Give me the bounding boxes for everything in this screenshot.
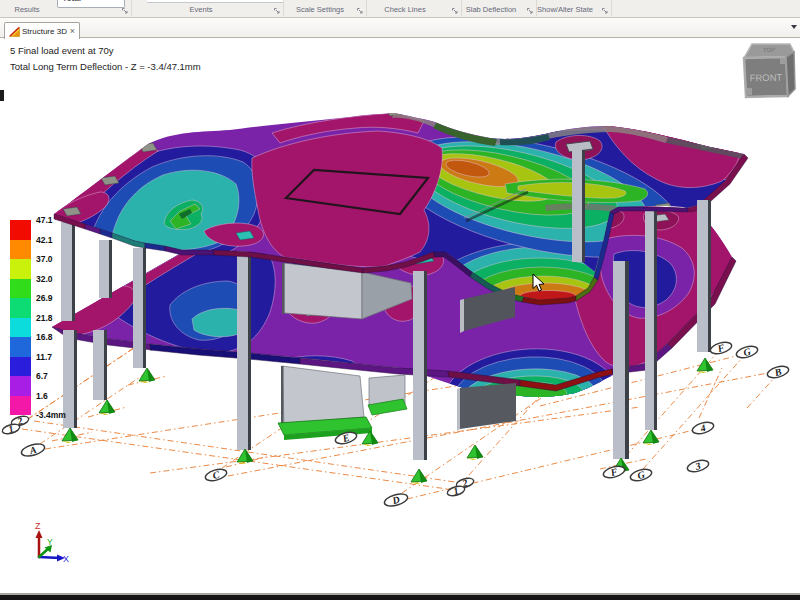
z-axis-label: Z [35, 521, 41, 531]
legend-value: 32.0 [36, 274, 53, 284]
column-edge [74, 330, 77, 428]
ribbon-group-label: Events [190, 5, 213, 14]
annotation-load-event: 5 Final load event at 70y [10, 45, 114, 56]
ribbon-group-label: Scale Settings [296, 5, 344, 14]
column-edge [424, 271, 427, 460]
dialog-launcher-icon[interactable] [122, 8, 128, 14]
ribbon-group-label: Check Lines [384, 5, 425, 14]
grid-line [747, 375, 777, 408]
column-edge [72, 222, 75, 321]
legend-color-block [10, 396, 31, 416]
column-shaft [61, 222, 72, 321]
dark-wall-lower [460, 383, 516, 429]
column-shaft [99, 240, 109, 298]
support-cone [139, 368, 155, 383]
axis-triad: Z X Y [35, 521, 69, 564]
column-edge [582, 150, 585, 262]
grid-bubble-F: F [709, 340, 733, 357]
ribbon-group-results: Results [0, 0, 132, 16]
support-cone [99, 400, 115, 415]
x-axis-label: X [63, 554, 69, 564]
legend-color-block [10, 240, 31, 260]
column-edge [625, 261, 629, 459]
legend-color-block [10, 279, 31, 299]
tab-structure-3d[interactable]: Structure 3D × [4, 22, 80, 39]
grid-bubble-C: C [204, 467, 228, 484]
legend-color-block [10, 357, 31, 377]
dialog-launcher-icon[interactable] [357, 8, 363, 14]
dialog-launcher-icon[interactable] [274, 8, 280, 14]
column-shaft [413, 271, 424, 460]
grid-bubble-D: D [383, 491, 409, 508]
ribbon: Total ResultsEventsScale SettingsCheck L… [0, 0, 800, 18]
tab-label: Structure 3D [22, 27, 67, 36]
grid-bubble-3: 3 [686, 458, 710, 475]
legend-color-block [10, 259, 31, 279]
nav-cube-top-label: TOP [763, 47, 775, 53]
dialog-launcher-icon[interactable] [527, 8, 533, 14]
grid-bubble-G: G [735, 344, 759, 361]
grid-line [150, 407, 640, 473]
column-shaft [697, 200, 708, 352]
column-edge [708, 200, 711, 352]
column-shaft [93, 330, 104, 400]
left-edge-artifact [0, 90, 4, 101]
legend-value: 1.6 [36, 391, 48, 401]
column-shaft [645, 209, 654, 430]
legend-value: 16.8 [36, 332, 53, 342]
grid-bubble-B: B [766, 364, 790, 381]
column-shaft [572, 150, 582, 262]
legend-value: 11.7 [36, 352, 52, 362]
column-shaft [613, 261, 625, 459]
support-cone [411, 469, 427, 484]
ribbon-group-label: Show/Alter State [537, 5, 593, 14]
legend-value: 26.9 [36, 293, 53, 303]
column-edge [143, 248, 146, 368]
column-edge [109, 240, 112, 298]
legend-value: 6.7 [36, 371, 48, 381]
ribbon-group-label: Results [14, 5, 39, 14]
support-cone [643, 430, 659, 445]
grid-line [22, 429, 447, 489]
structure-3d-tab-icon [9, 26, 20, 37]
legend-color-block [10, 298, 31, 318]
y-axis-label: Y [47, 537, 53, 547]
legend-color-block [10, 376, 31, 396]
legend-value: -3.4mm [36, 410, 66, 420]
column-shaft [237, 249, 248, 450]
legend-color-block [10, 337, 31, 357]
ribbon-group-show-alter-state: Show/Alter State [536, 0, 612, 16]
support-cone [62, 428, 78, 443]
column-edge [654, 209, 657, 430]
column-edge [104, 330, 107, 400]
grid-bubble-A: A [20, 441, 46, 458]
dialog-launcher-icon[interactable] [602, 8, 608, 14]
dialog-launcher-icon[interactable] [452, 8, 458, 14]
legend-value: 21.8 [36, 313, 53, 323]
legend-value: 37.0 [36, 254, 53, 264]
column-shaft [133, 248, 143, 368]
nav-cube[interactable]: TOP FRONT [744, 44, 795, 97]
support-cone [237, 449, 253, 464]
legend-value: 42.1 [36, 235, 53, 245]
tab-strip: Structure 3D × [0, 17, 800, 38]
bottom-black-bar [0, 595, 800, 600]
grid-bubble-G: G [629, 467, 653, 484]
column-edge [248, 249, 251, 450]
ground-wall [282, 366, 364, 424]
ribbon-group-check-lines: Check Lines [366, 0, 462, 16]
legend-value: 47.1 [36, 215, 53, 225]
ribbon-group-label: Slab Deflection [466, 5, 516, 14]
tabstrip-dropdown-icon[interactable] [791, 25, 797, 29]
nav-cube-front-label: FRONT [750, 72, 783, 84]
annotation-deflection: Total Long Term Deflection - Z = -3.4/47… [10, 61, 201, 72]
tab-close-icon[interactable]: × [70, 26, 75, 36]
scene-3d: 21ACED21FG43FGB TOP FRONT Z X Y [0, 0, 800, 600]
grid-line [643, 357, 743, 469]
grid-line [699, 368, 722, 418]
legend-color-block [10, 318, 31, 338]
grid-bubble-4: 4 [691, 420, 715, 437]
legend-color-block [10, 220, 31, 240]
ribbon-group-slab-deflection: Slab Deflection [461, 0, 537, 16]
ribbon-group-events: Events [131, 0, 284, 16]
